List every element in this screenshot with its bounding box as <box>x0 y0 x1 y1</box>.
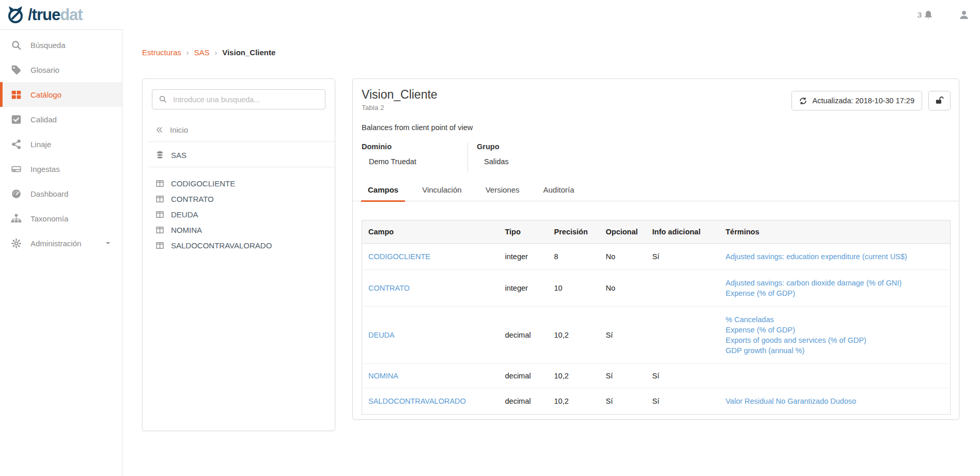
tree-item-contrato[interactable]: CONTRATO <box>155 191 335 207</box>
term-link-adjusted-savings-carbon-dioxide-damage-of-gni-[interactable]: Adjusted savings: carbon dioxide damage … <box>726 278 944 288</box>
field-link-deuda[interactable]: DEUDA <box>368 331 395 339</box>
tree-item-label: DEUDA <box>171 210 198 219</box>
meta-row: DominioDemo TruedatGrupoSalidas <box>353 142 959 172</box>
tree-item-label: SALDOCONTRAVALORADO <box>171 241 272 250</box>
term-link--canceladas[interactable]: % Canceladas <box>726 314 944 325</box>
field-link-saldocontravalorado[interactable]: SALDOCONTRAVALORADO <box>368 397 466 405</box>
structure-description: Balances from client point of view <box>353 123 959 132</box>
field-link-codigocliente[interactable]: CODIGOCLIENTE <box>368 252 430 261</box>
unlock-icon <box>935 96 944 105</box>
breadcrumb-current: Vision_Cliente <box>222 48 275 57</box>
cell-opcional: No <box>600 270 646 307</box>
term-link-expense-of-gdp-[interactable]: Expense (% of GDP) <box>726 325 944 335</box>
column-header-opcional: Opcional <box>600 220 646 244</box>
tree-system-sas[interactable]: SAS <box>155 151 335 160</box>
cell-terminos: Adjusted savings: carbon dioxide damage … <box>720 270 951 307</box>
table-icon <box>155 210 164 219</box>
fields-table-header-row: CampoTipoPrecisiónOpcionalInfo adicional… <box>362 220 951 244</box>
field-link-nomina[interactable]: NOMINA <box>368 372 398 380</box>
top-bar: /truedat 3 <box>0 0 980 29</box>
tag-icon <box>11 65 22 75</box>
sidebar-item-label: Calidad <box>30 115 57 124</box>
cell-terminos: Valor Residual No Garantizado Dudoso <box>720 388 951 415</box>
cell-precision: 10 <box>548 270 600 307</box>
page-title: Vision_Cliente <box>362 88 438 102</box>
column-header-campo: Campo <box>362 220 499 244</box>
tree-item-label: CODIGOCLIENTE <box>171 179 235 188</box>
cell-campo: SALDOCONTRAVALORADO <box>362 388 499 415</box>
user-menu-button[interactable] <box>958 9 970 21</box>
cell-campo: CONTRATO <box>362 270 499 307</box>
sidebar-item-catalogo[interactable]: Catálogo <box>0 82 122 107</box>
breadcrumb-link-sas[interactable]: SAS <box>194 48 210 57</box>
main-content: Estructuras›SAS›Vision_Cliente Inicio <box>123 29 980 476</box>
tree-search-input[interactable] <box>152 89 325 109</box>
table-icon <box>155 195 164 203</box>
page-subtitle: Tabla 2 <box>362 104 438 112</box>
cell-terminos: Adjusted savings: education expenditure … <box>720 244 951 270</box>
table-row: DEUDAdecimal10,2Sí% CanceladasExpense (%… <box>362 307 951 364</box>
term-link-valor-residual-no-garantizado-dudoso[interactable]: Valor Residual No Garantizado Dudoso <box>726 396 944 406</box>
logo[interactable]: /truedat <box>7 5 83 24</box>
cell-terminos <box>720 364 951 388</box>
lock-button[interactable] <box>928 91 951 110</box>
sidebar-item-linaje[interactable]: Linaje <box>0 132 122 156</box>
updated-label: Actualizada: 2018-10-30 17:29 <box>812 97 914 105</box>
gear-icon <box>11 238 22 249</box>
tab-vinculacion[interactable]: Vinculación <box>415 185 468 202</box>
tree-item-codigocliente[interactable]: CODIGOCLIENTE <box>155 176 335 191</box>
cell-campo: CODIGOCLIENTE <box>362 244 499 270</box>
sidebar-item-ingestas[interactable]: Ingestas <box>0 156 122 181</box>
term-link-expense-of-gdp-[interactable]: Expense (% of GDP) <box>726 288 944 298</box>
breadcrumb-link-estructuras[interactable]: Estructuras <box>142 48 181 57</box>
cell-precision: 10,2 <box>548 307 600 364</box>
sidebar-item-label: Taxonomía <box>30 214 68 223</box>
column-header-terminos: Términos <box>720 220 951 244</box>
chevron-down-icon <box>104 240 112 247</box>
structure-detail-panel: Vision_Cliente Tabla 2 Actualizada: 2018… <box>352 78 959 420</box>
column-header-info-adicional: Info adicional <box>646 220 720 244</box>
tree-item-saldocontravalorado[interactable]: SALDOCONTRAVALORADO <box>155 237 335 253</box>
sidebar-item-glosario[interactable]: Glosario <box>0 57 122 82</box>
cell-campo: DEUDA <box>362 307 499 364</box>
tree-back-button[interactable]: Inicio <box>155 125 335 134</box>
field-link-contrato[interactable]: CONTRATO <box>368 284 410 292</box>
column-header-precision: Precisión <box>548 220 600 244</box>
tab-campos[interactable]: Campos <box>361 185 405 202</box>
table-icon <box>155 241 164 250</box>
sidebar-item-calidad[interactable]: Calidad <box>0 107 122 132</box>
tab-auditoria[interactable]: Auditoría <box>537 185 581 202</box>
bell-icon <box>923 10 934 20</box>
cell-opcional: Sí <box>600 388 646 415</box>
tab-versiones[interactable]: Versiones <box>479 185 526 202</box>
breadcrumb-separator: › <box>186 49 189 57</box>
meta-value: Demo Truedat <box>369 157 468 166</box>
term-link-exports-of-goods-and-services-of-gdp-[interactable]: Exports of goods and services (% of GDP) <box>726 335 944 345</box>
updated-button[interactable]: Actualizada: 2018-10-30 17:29 <box>791 91 922 110</box>
table-row: NOMINAdecimal10,2SíSí <box>362 364 951 388</box>
sidebar-item-taxonomia[interactable]: Taxonomía <box>0 206 122 231</box>
sidebar-item-dashboard[interactable]: Dashboard <box>0 181 122 206</box>
fields-table: CampoTipoPrecisiónOpcionalInfo adicional… <box>362 220 951 415</box>
tree-item-label: CONTRATO <box>171 195 214 203</box>
fields-table-body: CODIGOCLIENTEinteger8NoSíAdjusted saving… <box>362 244 951 415</box>
tree-item-nomina[interactable]: NOMINA <box>155 222 335 237</box>
search-icon <box>159 95 167 103</box>
cell-campo: NOMINA <box>362 364 499 388</box>
cell-tipo: integer <box>499 270 548 307</box>
top-right-actions: 3 <box>917 0 970 29</box>
tree-item-deuda[interactable]: DEUDA <box>155 207 335 222</box>
cell-opcional: No <box>600 244 646 270</box>
term-link-gdp-growth-annual-[interactable]: GDP growth (annual %) <box>726 345 944 356</box>
fields-table-wrap: CampoTipoPrecisiónOpcionalInfo adicional… <box>362 220 951 415</box>
notifications-button[interactable]: 3 <box>917 10 934 20</box>
sidebar-item-administracion[interactable]: Administración <box>0 231 122 256</box>
term-link-adjusted-savings-education-expenditure-current-us-[interactable]: Adjusted savings: education expenditure … <box>726 251 944 262</box>
sidebar-item-label: Dashboard <box>30 189 68 198</box>
check-square-icon <box>11 114 22 125</box>
breadcrumb: Estructuras›SAS›Vision_Cliente <box>142 48 275 57</box>
table-row: SALDOCONTRAVALORADOdecimal10,2SíSíValor … <box>362 388 951 415</box>
cell-opcional: Sí <box>600 307 646 364</box>
sidebar-item-busqueda[interactable]: Búsqueda <box>0 33 122 57</box>
meta-grupo: GrupoSalidas <box>468 142 509 172</box>
